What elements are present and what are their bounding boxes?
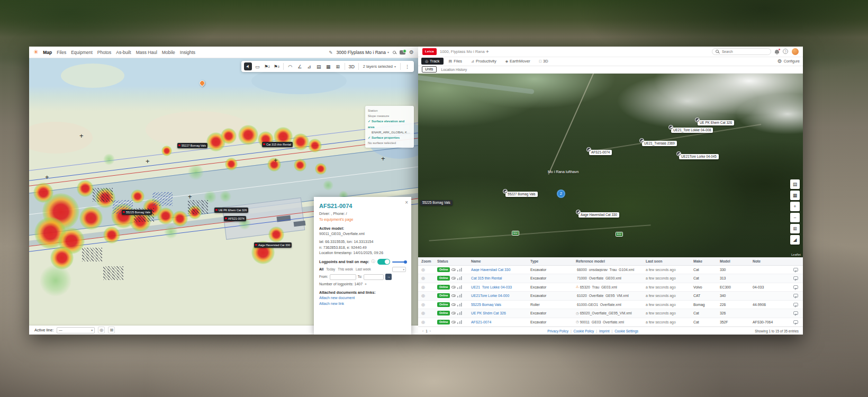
slope-tool-button[interactable]: ◠ — [286, 62, 294, 70]
col-zoom[interactable]: Zoom — [421, 259, 437, 263]
zoom-out-button[interactable]: − — [790, 213, 800, 222]
chat-icon[interactable] — [793, 268, 798, 272]
nav-item-as-built[interactable]: As-built — [116, 50, 131, 55]
nav-item-mass-haul[interactable]: Mass Haul — [136, 50, 157, 55]
col-note[interactable]: Note — [753, 259, 786, 263]
chat-icon[interactable] — [793, 303, 798, 306]
locate-icon[interactable]: ◎ — [98, 327, 105, 333]
kebab-menu-icon[interactable]: ⋮ — [403, 62, 411, 70]
col-reference-model[interactable]: Reference model — [576, 259, 646, 263]
grid-tool-button[interactable]: ▤ — [315, 62, 323, 70]
zoom-to-unit-icon[interactable]: ◎ — [421, 293, 437, 298]
col-name[interactable]: Name — [471, 259, 530, 263]
filter-last-week[interactable]: Last week — [356, 267, 371, 272]
unit-name-link[interactable]: UE PK Shdm Cat 326 — [471, 311, 530, 315]
map-unit-pill[interactable]: AFS21-0074 — [589, 150, 612, 155]
nav-item-map[interactable]: Map — [43, 50, 52, 55]
search-box[interactable] — [712, 48, 771, 55]
map-unit-pill[interactable]: UE21Tore Lorke 04-045 — [679, 154, 719, 159]
chat-icon[interactable] — [793, 311, 798, 315]
filter-all[interactable]: All — [319, 267, 323, 272]
map-unit-label[interactable]: AFS21-0074 — [224, 216, 246, 221]
visibility-icon[interactable] — [451, 321, 456, 323]
unit-name-link[interactable]: Cat 315 thin Rental — [471, 276, 530, 280]
hatch-tool-button[interactable]: ▦ — [324, 62, 332, 70]
filter-this-week[interactable]: This week — [338, 267, 353, 272]
chat-icon[interactable] — [793, 276, 798, 280]
visibility-icon[interactable] — [451, 268, 456, 271]
table-row[interactable]: ◎ Online UE21Tore Lorke 04-000 Excavator… — [418, 292, 803, 301]
chat-icon[interactable] — [793, 294, 798, 297]
cookie-settings-link[interactable]: Cookie Settings — [614, 329, 638, 333]
zoom-to-unit-icon[interactable]: ◎ — [421, 311, 437, 315]
layers-selector[interactable]: 2 layers selected▾ — [361, 64, 397, 69]
imprint-link[interactable]: Imprint — [599, 329, 610, 333]
visibility-icon[interactable] — [451, 294, 456, 297]
unit-name-link[interactable]: UE21_Tore Lokke 04-033 — [471, 285, 530, 289]
tab-3d[interactable]: □3D — [536, 58, 552, 65]
unit-name-link[interactable]: 55225 Bomag Vals — [471, 303, 530, 306]
tab-productivity[interactable]: ⊿Productivity — [467, 58, 500, 65]
from-date-input[interactable] — [330, 274, 356, 280]
map-attribution[interactable]: Leaflet — [791, 253, 801, 256]
info-icon[interactable]: ⓘ — [372, 259, 375, 265]
col-make[interactable]: Make — [693, 259, 720, 263]
map-unit-label[interactable]: Cat 315 thin Rental — [262, 142, 293, 147]
search-input[interactable] — [721, 49, 763, 54]
gear-icon[interactable]: ⚙ — [409, 49, 414, 55]
zoom-to-unit-icon[interactable]: ◎ — [421, 285, 437, 290]
table-row[interactable]: ◎ Online Cat 315 thin Rental Excavator 7… — [418, 274, 803, 283]
table-row[interactable]: ◎ Online AFS21-0074 Excavator ◷90011_GE0… — [418, 318, 803, 327]
surface-file-label[interactable]: ENAIR_ARK_GLOBAL.K… — [368, 130, 411, 135]
attach-link-link[interactable]: Attach new link — [319, 301, 406, 307]
filter-more-select[interactable]: ▾ — [392, 267, 406, 272]
unit-name-link[interactable]: Aage Haverstad Cat 330 — [471, 268, 530, 272]
visibility-icon[interactable] — [451, 312, 456, 314]
subtab-location-history[interactable]: Location History — [441, 68, 467, 71]
page-number[interactable]: 1 — [426, 329, 428, 333]
col-last-seen[interactable]: Last seen — [646, 259, 693, 263]
to-equipment-page-link[interactable]: To equipment's page — [319, 217, 406, 223]
zoom-to-unit-icon[interactable]: ◎ — [421, 276, 437, 281]
search-icon[interactable] — [393, 51, 396, 54]
fit-view-button[interactable]: ⊞ — [334, 62, 342, 70]
nav-item-equipment[interactable]: Equipment — [71, 50, 93, 55]
configure-button[interactable]: ⚙Configure — [777, 58, 800, 64]
avatar[interactable] — [792, 48, 799, 55]
map-unit-pill[interactable]: UE21_Tore Lokke 04-008 — [671, 128, 713, 133]
nav-item-photos[interactable]: Photos — [97, 50, 111, 55]
basemap-icon[interactable]: ▦ — [790, 191, 800, 200]
chat-icon[interactable] — [793, 320, 798, 324]
map-unit-pill[interactable]: 55225 Bomag Vals — [420, 200, 453, 205]
apply-range-button[interactable]: → — [385, 274, 392, 280]
select-tool-button[interactable]: ➤ — [244, 62, 252, 70]
col-model[interactable]: Model — [720, 259, 753, 263]
visibility-icon[interactable] — [451, 286, 456, 288]
unit-name-link[interactable]: AFS21-0074 — [471, 320, 530, 324]
target-icon[interactable]: ⌖ — [365, 282, 367, 287]
cookie-policy-link[interactable]: Cookie Policy — [574, 329, 594, 333]
table-row[interactable]: ◎ Online 55225 Bomag Vals Roller 61000-G… — [418, 301, 803, 310]
map-unit-pill[interactable]: 55227 Bomag Vals — [505, 192, 538, 197]
table-row[interactable]: ◎ Online Aage Haverstad Cat 330 Excavato… — [418, 266, 803, 275]
map-unit-label[interactable]: 55225 Bomag Vals — [122, 210, 152, 215]
table-row[interactable]: ◎ Online UE21_Tore Lokke 04-033 Excavato… — [418, 283, 803, 292]
logpoints-toggle[interactable] — [377, 259, 390, 265]
zoom-in-button[interactable]: + — [790, 202, 800, 211]
flag-3-tool-button[interactable]: ⚑3 — [273, 62, 281, 70]
table-row[interactable]: ◎ Online UE PK Shdm Cat 326 Excavator ◷6… — [418, 309, 803, 318]
map-unit-pill[interactable]: Aage Haverstad Cat 330 — [578, 212, 619, 218]
map-canvas[interactable]: + + + + + + + Cat 315 thin Rental 55227 … — [29, 58, 418, 335]
active-line-select[interactable]: —▾ — [57, 327, 95, 333]
layers-icon[interactable]: ▤ — [790, 179, 800, 189]
privacy-policy-link[interactable]: Privacy Policy — [547, 329, 568, 333]
nav-item-files[interactable]: Files — [57, 50, 66, 55]
prev-page-button[interactable]: ‹ — [422, 329, 423, 333]
fit-bounds-button[interactable]: ⊞ — [790, 224, 800, 233]
filter-today[interactable]: Today — [326, 267, 335, 272]
satellite-map-canvas[interactable]: Mo i Rana lufthavn UE PK Ehem Cat 326 UE… — [418, 74, 803, 257]
visibility-icon[interactable] — [451, 277, 456, 279]
measure-tool-button[interactable]: ▭ — [254, 62, 261, 70]
attach-document-link[interactable]: Attach new document — [319, 295, 406, 301]
filter-icon[interactable]: ◢ — [790, 235, 800, 245]
